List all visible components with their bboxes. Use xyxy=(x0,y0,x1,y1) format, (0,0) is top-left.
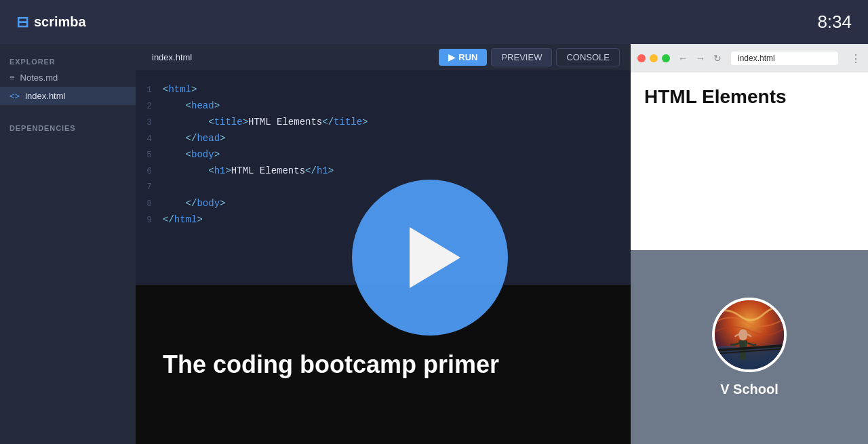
browser-content: HTML Elements xyxy=(631,73,868,250)
code-line-7: 7 xyxy=(136,180,631,196)
sidebar-item-notes[interactable]: ≡ Notes.md xyxy=(0,68,136,87)
school-card: V School xyxy=(631,250,868,444)
refresh-button[interactable]: ↻ xyxy=(713,53,722,64)
school-name: V School xyxy=(720,382,778,397)
notes-filename: Notes.md xyxy=(20,73,58,83)
traffic-green[interactable] xyxy=(662,54,670,62)
dependencies-label: DEPENDENCIES xyxy=(0,119,136,135)
traffic-yellow[interactable] xyxy=(650,54,658,62)
preview-panel: ← → ↻ index.html ⋮ HTML Elements xyxy=(631,44,868,444)
line-num-9: 9 xyxy=(136,213,163,228)
main-area: EXPLORER ≡ Notes.md <> index.html DEPEND… xyxy=(0,44,868,444)
code-line-5: 5 <body> xyxy=(136,147,631,163)
run-button[interactable]: ▶ RUN xyxy=(439,49,487,66)
editor-tabs: index.html ▶ RUN PREVIEW CONSOLE xyxy=(136,44,631,71)
preview-button[interactable]: PREVIEW xyxy=(491,48,552,66)
code-line-1: 1 <html> xyxy=(136,82,631,98)
html-icon: <> xyxy=(9,91,20,101)
toolbar: ▶ RUN PREVIEW CONSOLE xyxy=(439,48,620,66)
line-num-7: 7 xyxy=(136,180,163,195)
play-icon xyxy=(410,227,460,288)
line-num-3: 3 xyxy=(136,115,163,130)
console-button[interactable]: CONSOLE xyxy=(556,48,620,66)
line-num-2: 2 xyxy=(136,99,163,114)
html-filename: index.html xyxy=(25,91,65,101)
line-num-4: 4 xyxy=(136,132,163,146)
run-label: RUN xyxy=(458,52,477,62)
play-button[interactable] xyxy=(352,180,508,336)
code-line-6: 6 <h1>HTML Elements</h1> xyxy=(136,163,631,180)
line-num-5: 5 xyxy=(136,148,163,163)
editor-area: index.html ▶ RUN PREVIEW CONSOLE 1 <html… xyxy=(136,44,631,444)
url-bar[interactable]: index.html xyxy=(731,52,838,65)
school-avatar xyxy=(712,298,787,372)
active-tab[interactable]: index.html xyxy=(146,52,197,62)
code-line-4: 4 </head> xyxy=(136,131,631,147)
bootcamp-title: The coding bootcamp primer xyxy=(163,350,499,379)
code-line-2: 2 <head> xyxy=(136,98,631,115)
sidebar: EXPLORER ≡ Notes.md <> index.html DEPEND… xyxy=(0,44,136,444)
explorer-label: EXPLORER xyxy=(0,52,136,68)
sidebar-item-indexhtml[interactable]: <> index.html xyxy=(0,87,136,105)
browser-chrome: ← → ↻ index.html ⋮ xyxy=(631,44,868,73)
time-display: 8:34 xyxy=(817,12,852,33)
top-bar: ⊟ scrimba 8:34 xyxy=(0,0,868,44)
traffic-red[interactable] xyxy=(637,54,646,62)
logo: ⊟ scrimba xyxy=(16,14,86,31)
forward-button[interactable]: → xyxy=(696,53,705,64)
line-num-8: 8 xyxy=(136,197,163,211)
back-button[interactable]: ← xyxy=(678,53,688,64)
line-num-6: 6 xyxy=(136,164,163,179)
line-num-1: 1 xyxy=(136,83,163,98)
notes-icon: ≡ xyxy=(9,73,15,83)
run-play-icon: ▶ xyxy=(448,52,455,62)
logo-text: scrimba xyxy=(34,14,86,30)
logo-icon: ⊟ xyxy=(16,14,28,31)
preview-heading: HTML Elements xyxy=(644,86,854,108)
code-line-3: 3 <title>HTML Elements</title> xyxy=(136,115,631,131)
browser-menu-icon[interactable]: ⋮ xyxy=(850,52,861,65)
